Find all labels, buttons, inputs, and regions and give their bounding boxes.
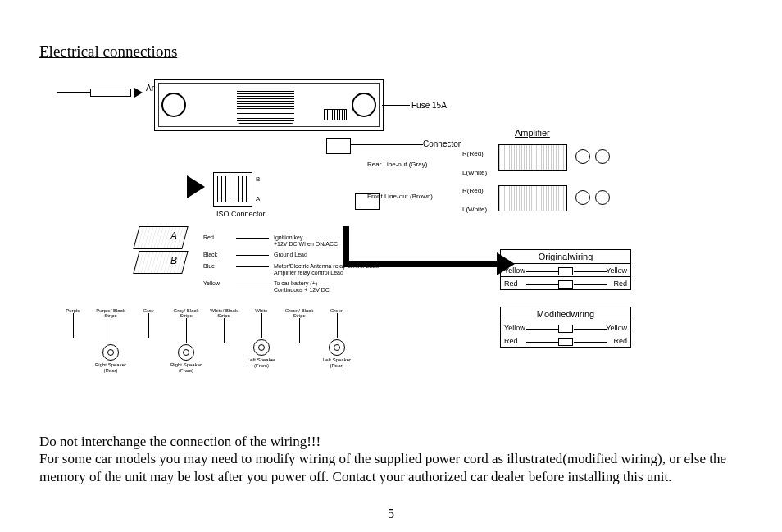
speaker-name: Left Speaker (Rear) <box>320 357 354 368</box>
iso-b-label: B <box>256 175 260 183</box>
fuse-icon <box>558 338 573 346</box>
amp-speaker-icon <box>595 190 610 205</box>
wiring-left: Yellow <box>504 324 525 332</box>
speaker-col: Gray <box>131 308 166 373</box>
connector-a-icon <box>133 226 189 249</box>
wiring-left: Yellow <box>504 266 525 275</box>
fuse-icon <box>558 325 573 333</box>
wire-color: Black <box>203 252 236 257</box>
rca-r-red-label-2: R(Red) <box>462 187 484 194</box>
speaker-wire-color: White/ Black Stripe <box>207 308 241 318</box>
modified-wiring-box: Modifiedwiring Yellow Yellow Red Red <box>500 307 631 348</box>
speaker-wire-color: Purple/ Black Stripe <box>93 308 128 318</box>
wiring-right: Yellow <box>606 266 627 275</box>
rear-lineout-label: Rear Line-out (Gray) <box>367 161 427 168</box>
speaker-wire-color: Gray/ Black Stripe <box>169 308 203 318</box>
speaker-icon <box>329 339 345 356</box>
amp-speaker-icon <box>575 149 590 164</box>
wire-row: Red Ignition key +12V DC When ON/ACC <box>203 234 379 247</box>
fuse-label: Fuse 15A <box>411 101 447 110</box>
head-unit-icon <box>154 79 384 131</box>
connector-label: Connector <box>423 139 461 148</box>
wire-desc: Ignition key +12V DC When ON/ACC <box>274 234 338 247</box>
speaker-name: Right Speaker (Rear) <box>93 362 128 373</box>
wiring-right: Yellow <box>606 324 627 332</box>
wiring-left: Red <box>504 337 518 345</box>
speaker-col: Green Left Speaker (Rear) <box>320 308 354 373</box>
rca-l-white-label-2: L(White) <box>462 206 487 213</box>
rca-r-red-label: R(Red) <box>462 150 484 157</box>
fuse-icon <box>558 267 573 275</box>
speaker-col: Purple <box>56 308 90 373</box>
wire-desc: Ground Lead <box>274 252 307 258</box>
wiring-row: Red Red <box>501 276 630 289</box>
wiring-left: Red <box>504 280 518 288</box>
wiring-right: Red <box>613 280 627 288</box>
arrow-icon <box>343 261 498 267</box>
wire-row: Black Ground Lead <box>203 252 379 258</box>
wiring-row: Red Red <box>501 334 630 347</box>
amp-speaker-icon <box>595 149 610 164</box>
amplifier-icon-2 <box>498 185 567 211</box>
warning-text: Do not interchange the connection of the… <box>39 433 761 450</box>
wire-desc: To car battery (+) Continuous + 12V DC <box>274 280 330 293</box>
connector-b-label: B <box>170 255 177 266</box>
speaker-col: Purple/ Black Stripe Right Speaker (Rear… <box>93 308 128 373</box>
speaker-icon <box>178 344 194 361</box>
connector-a-label: A <box>170 230 177 242</box>
connector-icon <box>326 138 351 154</box>
iso-connector-icon <box>213 172 252 207</box>
modified-wiring-title: Modifiedwiring <box>501 307 630 321</box>
note-text: For some car models you may need to modi… <box>39 450 761 485</box>
amplifier-label: Amplifier <box>515 128 550 138</box>
wiring-right: Red <box>613 337 627 345</box>
wire-color: Yellow <box>203 280 236 286</box>
page-title: Electrical connections <box>39 43 761 61</box>
speaker-wires: Purple Purple/ Black Stripe Right Speake… <box>56 308 354 373</box>
speaker-col: White/ Black Stripe <box>207 308 241 373</box>
speaker-col: Gray/ Black Stripe Right Speaker (Front) <box>169 308 203 373</box>
wiring-diagram: Antenna Fuse 15A Connector Rear Line-out… <box>39 70 761 398</box>
iso-a-label: A <box>256 195 260 202</box>
antenna-icon <box>57 85 148 102</box>
arrow-icon <box>187 175 205 198</box>
wire-row: Yellow To car battery (+) Continuous + 1… <box>203 280 379 293</box>
amp-speaker-icon <box>575 190 590 205</box>
original-wiring-box: Originalwiring Yellow Yellow Red Red <box>500 249 631 290</box>
speaker-name: Right Speaker (Front) <box>169 362 203 373</box>
iso-connector-label: ISO Connector <box>216 210 266 218</box>
page-number: 5 <box>0 507 782 521</box>
wire-color: Red <box>203 234 236 240</box>
rca-l-white-label: L(White) <box>462 169 487 176</box>
speaker-icon <box>102 344 119 361</box>
footer-text: Do not interchange the connection of the… <box>39 433 761 485</box>
speaker-wire-color: Green/ Black Stripe <box>282 308 316 318</box>
speaker-col: White Left Speaker (Front) <box>244 308 279 373</box>
front-lineout-label: Front Line-out (Brown) <box>367 193 433 200</box>
wiring-row: Yellow Yellow <box>501 321 630 334</box>
amplifier-icon <box>498 144 567 171</box>
wiring-row: Yellow Yellow <box>501 263 630 276</box>
speaker-col: Green/ Black Stripe <box>282 308 316 373</box>
fuse-icon <box>558 280 573 289</box>
original-wiring-title: Originalwiring <box>501 250 630 263</box>
speaker-icon <box>253 339 270 356</box>
wire-color: Blue <box>203 263 236 269</box>
connector-b-icon <box>133 251 189 274</box>
speaker-name: Left Speaker (Front) <box>244 357 279 368</box>
